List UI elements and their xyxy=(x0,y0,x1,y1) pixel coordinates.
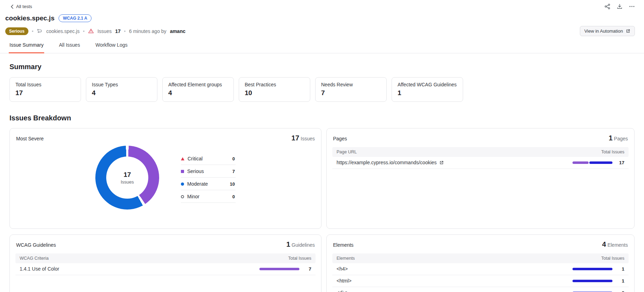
row-total: 1 xyxy=(617,278,624,284)
tab-bar: Issue Summary All Issues Workflow Logs xyxy=(0,42,644,53)
more-options-icon[interactable] xyxy=(629,4,635,9)
stat-label: Total Issues xyxy=(15,82,75,87)
page-url-link[interactable]: https://example.cypress.io/commands/cook… xyxy=(337,160,444,165)
panel-count: 1Pages xyxy=(609,134,628,142)
stat-value: 10 xyxy=(245,89,304,97)
summary-cards: Total Issues 17 Issue Types 4 Affected E… xyxy=(9,77,635,102)
back-to-all-tests-link[interactable]: All tests xyxy=(11,4,32,9)
stat-label: Needs Review xyxy=(321,82,381,87)
stat-card-best-practices: Best Practices 10 xyxy=(239,77,310,102)
element-row-stats: 8 xyxy=(572,290,624,292)
legend-value: 0 xyxy=(232,156,235,161)
element-name: <div> xyxy=(337,290,348,292)
page-title: cookies.spec.js xyxy=(5,14,54,22)
view-in-automation-button[interactable]: View in Automation xyxy=(580,26,635,36)
panel-count-value: 1 xyxy=(609,134,612,142)
panel-count: 17Issues xyxy=(291,134,315,142)
back-link-label: All tests xyxy=(16,4,32,9)
row-total: 7 xyxy=(304,266,311,272)
panel-count: 1Guidelines xyxy=(286,240,315,248)
legend-label: Moderate xyxy=(187,181,208,187)
elements-header: Elements 4Elements xyxy=(327,235,634,251)
element-row: <div> 8 xyxy=(332,287,629,292)
column-total-issues: Total Issues xyxy=(288,256,311,261)
chevron-left-icon xyxy=(11,5,14,9)
external-link-icon xyxy=(439,160,444,165)
element-row-stats: 1 xyxy=(572,266,624,272)
share-icon[interactable] xyxy=(604,4,610,9)
element-name: <h4> xyxy=(337,266,348,272)
row-total: 8 xyxy=(617,290,624,292)
stat-value: 17 xyxy=(15,89,75,97)
page-row-stats: 17 xyxy=(572,160,624,165)
panel-count: 4Elements xyxy=(602,240,628,248)
stat-value: 4 xyxy=(168,89,228,97)
element-row: <html> 1 xyxy=(332,275,629,287)
element-name: <html> xyxy=(337,278,352,284)
top-bar: All tests xyxy=(0,0,644,9)
issues-bar xyxy=(259,268,299,270)
run-meta: Serious cookies.spec.js Issues 17 6 minu… xyxy=(5,27,185,35)
panel-count-unit: Guidelines xyxy=(292,242,315,248)
guidelines-header: WCAG Guidelines 1Guidelines xyxy=(10,235,321,251)
legend-item-moderate: Moderate 10 xyxy=(181,178,236,190)
warning-triangle-icon xyxy=(88,28,94,34)
panel-count-value: 4 xyxy=(602,240,606,248)
moderate-marker-icon xyxy=(181,182,184,186)
issues-bar xyxy=(572,268,612,270)
column-total-issues: Total Issues xyxy=(601,150,624,154)
panel-title: Most Severe xyxy=(16,136,44,141)
row-total: 17 xyxy=(617,160,624,165)
most-severe-header: Most Severe 17Issues xyxy=(10,128,321,145)
issues-breakdown-heading: Issues Breakdown xyxy=(9,114,635,122)
breakdown-row-1: Most Severe 17Issues 17 Issues Critical … xyxy=(9,128,635,229)
critical-marker-icon xyxy=(181,157,184,160)
pages-header: Pages 1Pages xyxy=(327,128,634,145)
guidelines-table-header: WCAG Criteria Total Issues xyxy=(15,253,316,263)
page-row: https://example.cypress.io/commands/cook… xyxy=(332,157,629,169)
external-link-icon xyxy=(626,29,630,33)
legend-label: Minor xyxy=(187,194,199,199)
column-page-url: Page URL xyxy=(337,150,357,154)
donut-total-value: 17 xyxy=(123,171,131,179)
stat-value: 1 xyxy=(398,89,457,97)
panel-count-unit: Elements xyxy=(608,242,628,248)
panel-title: WCAG Guidelines xyxy=(16,242,56,248)
panel-title: Pages xyxy=(333,136,347,141)
most-severe-panel: Most Severe 17Issues 17 Issues Critical … xyxy=(9,128,321,229)
guideline-row-stats: 7 xyxy=(259,266,311,272)
run-author: amanc xyxy=(170,28,185,34)
column-total-issues: Total Issues xyxy=(601,256,624,261)
stat-value: 4 xyxy=(92,89,151,97)
pages-table-header: Page URL Total Issues xyxy=(332,147,629,157)
legend-label: Critical xyxy=(188,156,203,161)
severity-donut-chart: 17 Issues xyxy=(95,146,159,210)
severity-legend: Critical 0 Serious 7 Moderate 10 xyxy=(181,152,236,203)
stat-card-affected-wcag-guidelines: Affected WCAG Guidelines 1 xyxy=(392,77,463,102)
stat-card-affected-element-groups: Affected Element groups 4 xyxy=(162,77,234,102)
legend-item-critical: Critical 0 xyxy=(181,152,236,165)
pages-panel: Pages 1Pages Page URL Total Issues https… xyxy=(326,128,635,229)
tab-all-issues[interactable]: All Issues xyxy=(58,42,81,53)
panel-count-unit: Issues xyxy=(301,136,315,141)
dot-separator xyxy=(124,31,126,32)
panel-count-value: 1 xyxy=(286,240,290,248)
spec-name: cookies.spec.js xyxy=(46,28,80,34)
stat-label: Affected WCAG Guidelines xyxy=(398,82,457,87)
run-time: 6 minutes ago by xyxy=(129,28,167,34)
tab-issue-summary[interactable]: Issue Summary xyxy=(9,42,44,53)
stat-card-issue-types: Issue Types 4 xyxy=(86,77,157,102)
severity-badge: Serious xyxy=(5,27,28,35)
download-icon[interactable] xyxy=(617,4,623,9)
element-row-stats: 1 xyxy=(572,278,624,284)
tab-workflow-logs[interactable]: Workflow Logs xyxy=(95,42,128,53)
view-in-automation-label: View in Automation xyxy=(584,28,623,34)
stat-label: Affected Element groups xyxy=(168,82,228,87)
severity-chart-area: 17 Issues Critical 0 Serious 7 xyxy=(10,146,321,210)
stat-card-needs-review: Needs Review 7 xyxy=(315,77,387,102)
stat-value: 7 xyxy=(321,89,381,97)
title-row: cookies.spec.js WCAG 2.1 A xyxy=(0,9,644,22)
stat-label: Issue Types xyxy=(92,82,151,87)
elements-table-header: Elements Total Issues xyxy=(332,253,629,263)
element-row: <h4> 1 xyxy=(332,263,629,275)
